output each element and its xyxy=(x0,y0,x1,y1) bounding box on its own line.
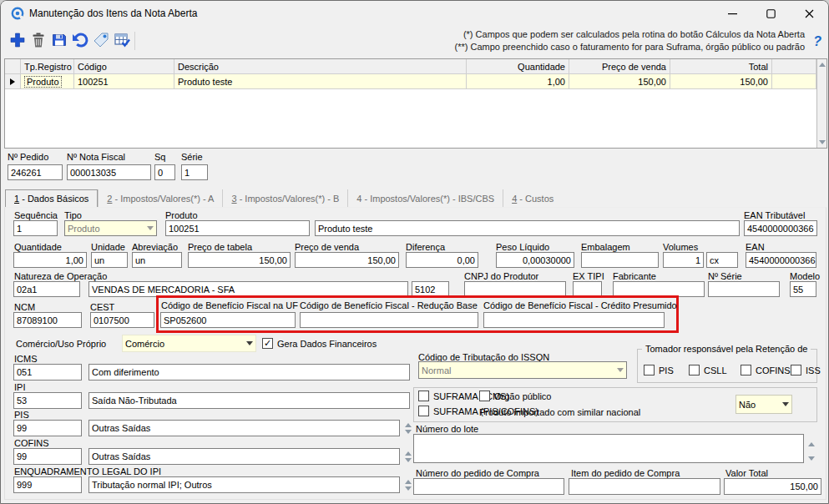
retencao-pis-label: PIS xyxy=(659,365,674,375)
enquadramento-spinner[interactable] xyxy=(402,476,414,493)
save-button[interactable] xyxy=(49,30,69,50)
beneficio-reducao-input[interactable] xyxy=(300,312,478,328)
grid-check-button[interactable] xyxy=(112,30,132,50)
item-pedido-compra-input[interactable] xyxy=(569,478,720,495)
beneficio-uf-input[interactable]: SP052600 xyxy=(160,312,296,328)
cell-tp-registro: Produto xyxy=(21,74,74,89)
chevron-down-icon xyxy=(782,402,789,406)
grid-header-quantidade[interactable]: Quantidade xyxy=(467,59,569,74)
pis-label: PIS xyxy=(14,410,29,420)
beneficio-credito-input[interactable] xyxy=(483,312,665,328)
checkbox-box xyxy=(689,365,700,375)
tab-impostos-b[interactable]: 3 - Impostos/Valores(*) - B xyxy=(222,189,347,208)
comercio-uso-combo[interactable]: Comércio xyxy=(122,335,256,352)
grid-header-preco-venda[interactable]: Preço de venda xyxy=(569,59,670,74)
pedido-input[interactable]: 246261 xyxy=(8,164,63,180)
retencao-pis-checkbox[interactable]: PIS xyxy=(644,364,674,376)
n-serie-input[interactable] xyxy=(708,281,780,297)
close-button[interactable] xyxy=(790,1,828,26)
fabricante-label: Fabricante xyxy=(613,271,656,281)
cofins-spinner[interactable] xyxy=(402,448,414,465)
ean-tributavel-input[interactable]: 4540000000366 xyxy=(744,220,817,236)
ncm-input[interactable]: 87089100 xyxy=(13,312,82,328)
natureza-code-input[interactable]: 02a1 xyxy=(13,281,80,297)
check-icon: ✓ xyxy=(264,339,271,348)
peso-liquido-input[interactable]: 0,00030000 xyxy=(496,252,574,268)
help-icon[interactable]: ? xyxy=(813,34,821,49)
grid-header-descricao[interactable]: Descrição xyxy=(174,59,467,74)
ean-input[interactable]: 4540000000366 xyxy=(746,252,816,268)
checkbox-box: ✓ xyxy=(262,338,273,349)
ncm-label: NCM xyxy=(14,302,35,312)
icms-code-input[interactable]: 051 xyxy=(13,364,82,381)
minimize-button[interactable] xyxy=(713,1,751,26)
unidade-input[interactable]: un xyxy=(91,252,128,268)
retencao-iss-label: ISS xyxy=(806,365,821,375)
add-icon xyxy=(9,32,26,48)
chevron-down-icon xyxy=(246,341,253,345)
serie-input[interactable]: 1 xyxy=(181,164,208,180)
numero-lote-spin-down[interactable] xyxy=(806,450,817,466)
retencao-cofins-checkbox[interactable]: COFINS xyxy=(741,364,791,376)
diferenca-input[interactable]: 0,00 xyxy=(406,252,478,268)
gera-dados-label: Gera Dados Financeiros xyxy=(277,339,377,349)
volumes-input[interactable]: 1 xyxy=(663,252,704,268)
produto-code-input[interactable]: 100251 xyxy=(165,220,310,236)
produto-importado-combo[interactable]: Não xyxy=(735,395,792,414)
valor-total-input[interactable]: 150,00 xyxy=(724,478,821,495)
undo-button[interactable] xyxy=(70,30,90,50)
grid-header-tp-registro[interactable]: Tp.Registro xyxy=(21,59,74,74)
grid-header-row: Tp.Registro Código Descrição Quantidade … xyxy=(5,59,826,74)
grid-scrollbar[interactable] xyxy=(816,59,826,148)
pedido-compra-input[interactable] xyxy=(413,478,564,495)
retencao-csll-checkbox[interactable]: CSLL xyxy=(689,364,727,376)
tag-button[interactable] xyxy=(91,30,111,50)
gera-dados-checkbox[interactable]: ✓ Gera Dados Financeiros xyxy=(262,337,377,350)
sequencia-input[interactable]: 1 xyxy=(13,220,58,236)
pis-spinner[interactable] xyxy=(402,420,414,436)
modelo-label: Modelo xyxy=(790,271,820,281)
ex-tipi-label: EX TIPI xyxy=(573,271,604,281)
produto-desc-field: Produto teste xyxy=(315,220,740,236)
titlebar: Manutenção dos Itens da Nota Aberta xyxy=(1,1,828,26)
sq-label: Sq xyxy=(154,152,165,162)
embalagem-input[interactable] xyxy=(581,252,659,268)
preco-tabela-input[interactable]: 150,00 xyxy=(188,252,291,268)
maximize-icon xyxy=(766,9,776,18)
ipi-code-input[interactable]: 53 xyxy=(13,392,82,409)
row-selector[interactable] xyxy=(5,74,21,89)
toolbar: (*) Campos que podem ser calculados pela… xyxy=(1,27,828,54)
delete-button[interactable] xyxy=(28,30,48,50)
modelo-input[interactable]: 55 xyxy=(790,281,816,297)
nota-fiscal-input[interactable]: 000013035 xyxy=(67,164,151,180)
numero-lote-input[interactable] xyxy=(413,434,804,463)
volumes-unit-input[interactable]: cx xyxy=(706,252,738,268)
tab-dados-basicos[interactable]: 1 - Dados Básicos xyxy=(5,189,98,208)
quantidade-input[interactable]: 1,00 xyxy=(13,252,87,268)
chevron-down-icon xyxy=(147,226,154,230)
retencao-iss-checkbox[interactable]: ISS xyxy=(791,364,821,376)
note-suframa: (**) Campo preenchido caso o faturamento… xyxy=(455,41,805,53)
cofins-code-input[interactable]: 99 xyxy=(13,448,82,465)
orgao-publico-checkbox[interactable]: Orgão público xyxy=(479,390,552,402)
tab-impostos-a[interactable]: 2 - Impostos/Valores(*) - A xyxy=(98,189,222,208)
add-button[interactable] xyxy=(8,30,28,50)
pis-code-input[interactable]: 99 xyxy=(13,420,82,436)
grid-header-codigo[interactable]: Código xyxy=(74,59,174,74)
cnpj-produtor-label: CNPJ do Produtor xyxy=(464,271,538,281)
numero-lote-label: Número do lote xyxy=(416,424,478,434)
tab-impostos-ibs-cbs[interactable]: 4 - Impostos/Valores(*) - IBS/CBS xyxy=(347,189,503,208)
grid-header-total[interactable]: Total xyxy=(670,59,772,74)
abreviacao-input[interactable]: un xyxy=(132,252,182,268)
produto-label: Produto xyxy=(165,210,198,220)
pedido-compra-label: Número do pedido de Compra xyxy=(416,468,539,478)
tab-custos[interactable]: 4 - Custos xyxy=(503,189,562,208)
cell-tp-value: Produto xyxy=(24,76,62,88)
preco-venda-input[interactable]: 150,00 xyxy=(295,252,399,268)
sq-input[interactable]: 0 xyxy=(154,164,175,180)
cest-input[interactable]: 0107500 xyxy=(90,312,154,328)
enquadramento-code-input[interactable]: 999 xyxy=(13,476,82,493)
table-row[interactable]: Produto 100251 Produto teste 1,00 150,00… xyxy=(5,74,826,89)
maximize-button[interactable] xyxy=(751,1,790,26)
scroll-up-icon xyxy=(819,63,826,67)
